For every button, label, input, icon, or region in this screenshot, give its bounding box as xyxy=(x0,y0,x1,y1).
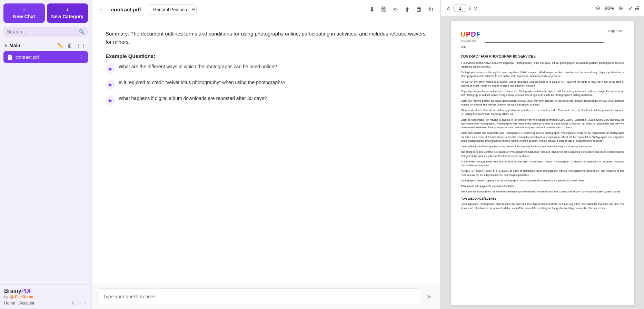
chat-area: Summary: The document outlines terms and… xyxy=(92,19,440,284)
pdf-paragraph: No part of any order, including previews… xyxy=(461,80,624,88)
pdf-page-label: Page 1 of 5 xyxy=(608,29,624,34)
pdf-page-input[interactable] xyxy=(453,4,467,12)
pdf-extra-buttons: ⤢ 🖨 xyxy=(628,5,640,11)
pdf-nav: ∧ 5 ∨ xyxy=(445,4,479,12)
new-category-button[interactable]: + New Category xyxy=(47,3,88,23)
arrow-icon-2: ▶ xyxy=(106,80,115,89)
brand-name: BrainyPDF xyxy=(4,288,87,294)
persona-select[interactable]: General Persona xyxy=(148,4,197,14)
main-section-header: ∧ Main ✏️ 🗑 ⋮⋮ xyxy=(3,41,88,50)
section-label: Main xyxy=(9,43,20,48)
zoom-in-button[interactable]: ⊕ xyxy=(618,5,623,11)
account-link[interactable]: Account xyxy=(19,301,34,306)
pdf-next-button[interactable]: ∨ xyxy=(472,4,479,12)
pdf-paragraph: Client understands that when publishing … xyxy=(461,108,624,116)
pdf-paragraph: Client will receive photos on digital do… xyxy=(461,99,624,107)
edit-button[interactable]: ✏ xyxy=(392,4,400,15)
collapse-icon[interactable]: ∧ xyxy=(4,43,7,48)
header-line xyxy=(485,39,604,43)
edit-section-button[interactable]: ✏️ xyxy=(56,42,65,49)
example-question-3[interactable]: ▶ What happens if digital album download… xyxy=(106,95,427,105)
search-icon: 🔍 xyxy=(79,29,85,34)
example-questions-list: ▶ What are the different ways in which t… xyxy=(106,63,427,105)
linkedin-icon[interactable]: in xyxy=(78,301,81,306)
brand-by: by 🧅 FileOnion xyxy=(4,294,87,299)
back-button[interactable]: ← xyxy=(97,4,107,15)
pdf-contract-title: CONTRACT FOR PHOTOGRAPHIC SERVICES xyxy=(461,54,624,59)
question-text-1: What are the different ways in which the… xyxy=(119,63,277,70)
fit-page-button[interactable]: ⤢ xyxy=(628,5,633,11)
pdf-content[interactable]: UPDF www.updf.com Page 1 of 5 Date: CONT… xyxy=(441,17,644,309)
new-chat-label: New Chat xyxy=(13,14,35,19)
arrow-icon-1: ▶ xyxy=(106,64,115,73)
main-toolbar: ← contract.pdf General Persona ⬇ ⛓ ✏ ⬆ 🗑… xyxy=(92,0,440,19)
pdf-paragraph: It is understood that Velvet Lotus Photo… xyxy=(461,61,624,69)
sidebar-item-label: contract.pdf xyxy=(16,54,76,60)
delete-section-button[interactable]: 🗑 xyxy=(66,42,73,49)
arrow-icon-3: ▶ xyxy=(106,96,115,105)
download-button[interactable]: ⬇ xyxy=(368,4,376,15)
pdf-header: UPDF www.updf.com Page 1 of 5 xyxy=(461,29,624,43)
search-input[interactable] xyxy=(7,29,77,34)
item-menu-icon[interactable]: ⋮ xyxy=(79,54,85,60)
summary-text: Summary: The document outlines terms and… xyxy=(106,30,427,46)
pdf-page-total: 5 xyxy=(468,6,471,11)
section-actions: ✏️ 🗑 ⋮⋮ xyxy=(56,42,87,49)
toolbar-title: contract.pdf xyxy=(111,7,141,12)
input-area: ➤ xyxy=(92,284,440,309)
sidebar: + New Chat + New Category 🔍 ∧ Main ✏️ 🗑 … xyxy=(0,0,91,309)
pdf-paragraph: All retainers and payments are non-refun… xyxy=(461,184,624,188)
pdf-weddings-title: FOR WEDDINGS/EVENTS xyxy=(461,197,624,201)
brand-brainy: Brainy xyxy=(4,288,21,294)
pdf-paragraph: Photographer retains copyright to the ph… xyxy=(461,179,624,182)
question-text-2: Is it required to credit "velvet lotus p… xyxy=(119,79,286,86)
examples-label: Example Questions: xyxy=(106,53,427,59)
pdf-page: UPDF www.updf.com Page 1 of 5 Date: CONT… xyxy=(451,21,634,305)
sidebar-bottom: BrainyPDF by 🧅 FileOnion Home Account 𝕏 … xyxy=(0,284,91,309)
share-button[interactable]: ⛓ xyxy=(379,4,388,14)
pdf-paragraph: In the event Photographer files suit to … xyxy=(461,160,624,168)
sidebar-top-buttons: + New Chat + New Category xyxy=(0,0,91,26)
new-category-label: New Category xyxy=(51,14,83,19)
pdf-zoom: ⊖ 90% ⊕ xyxy=(596,5,623,11)
document-icon: 📄 xyxy=(7,54,13,60)
drag-section-button[interactable]: ⋮⋮ xyxy=(75,42,87,49)
pdf-logo: UPDF www.updf.com xyxy=(461,29,481,43)
pdf-paragraph: The charges in this Contract are based o… xyxy=(461,150,624,158)
onion-icon: 🧅 xyxy=(10,294,14,299)
bottom-links: Home Account 𝕏 in ☾ xyxy=(4,301,87,306)
zoom-out-button[interactable]: ⊖ xyxy=(596,5,600,11)
toolbar-actions: ⬇ ⛓ ✏ ⬆ 🗑 ↻ xyxy=(368,4,435,15)
dark-mode-icon[interactable]: ☾ xyxy=(83,301,87,306)
brand-pdf: PDF xyxy=(21,288,32,294)
upload-button[interactable]: ⬆ xyxy=(403,4,411,15)
pdf-paragraph: Client will not hold Photographer or the… xyxy=(461,144,624,148)
pdf-weddings-text: Upon signature, Photographer shall reser… xyxy=(461,202,624,210)
twitter-icon[interactable]: 𝕏 xyxy=(71,301,75,306)
plus-icon: + xyxy=(22,7,26,13)
example-question-2[interactable]: ▶ Is it required to credit "velvet lotus… xyxy=(106,79,427,89)
zoom-level: 90% xyxy=(602,6,617,11)
question-text-3: What happens if digital album downloads … xyxy=(119,95,267,102)
home-link[interactable]: Home xyxy=(4,301,15,306)
example-question-1[interactable]: ▶ What are the different ways in which t… xyxy=(106,63,427,73)
pdf-paragraph: This Contract incorporates the entire un… xyxy=(461,190,624,193)
file-onion-brand: 🧅 FileOnion xyxy=(10,294,33,299)
chat-input[interactable] xyxy=(97,288,420,305)
pdf-paragraph: Client is responsible for making a backu… xyxy=(461,118,624,130)
send-button[interactable]: ➤ xyxy=(424,290,435,303)
main-content: ← contract.pdf General Persona ⬇ ⛓ ✏ ⬆ 🗑… xyxy=(91,0,440,309)
pdf-date-line: Date: xyxy=(461,45,624,51)
sidebar-item-contract[interactable]: 📄 contract.pdf ⋮ xyxy=(3,51,88,63)
pdf-prev-button[interactable]: ∧ xyxy=(445,4,452,12)
refresh-button[interactable]: ↻ xyxy=(427,4,435,15)
pdf-toolbar: ∧ 5 ∨ ⊖ 90% ⊕ ⤢ 🖨 xyxy=(441,0,644,17)
delete-button[interactable]: 🗑 xyxy=(415,4,424,14)
pdf-paragraph: NOTICE OF COPYRIGHT: It is ILLEGAL to co… xyxy=(461,169,624,177)
pdf-paragraphs: It is understood that Velvet Lotus Photo… xyxy=(461,61,624,194)
print-button[interactable]: 🖨 xyxy=(634,5,640,11)
pdf-paragraph: Photographer reserves the right to use n… xyxy=(461,70,624,78)
updf-url: www.updf.com xyxy=(461,39,481,43)
bottom-social: 𝕏 in ☾ xyxy=(71,301,87,306)
new-chat-button[interactable]: + New Chat xyxy=(3,3,45,23)
